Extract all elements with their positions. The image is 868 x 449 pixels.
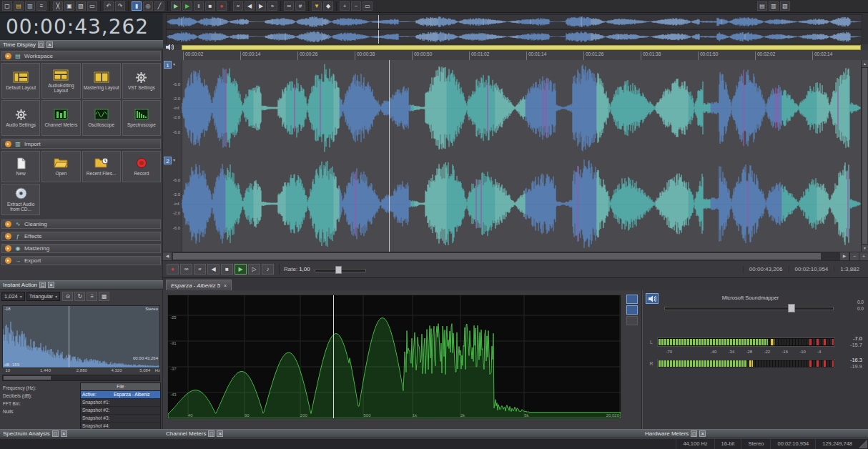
cut-icon[interactable]: ╳ bbox=[53, 1, 63, 11]
layout-split-icon[interactable]: ▥ bbox=[769, 1, 779, 11]
channel-meters-titlebar[interactable]: Channel Meters □ × bbox=[163, 429, 642, 438]
stop-button[interactable]: ■ bbox=[221, 264, 233, 275]
new-icon[interactable]: ▢ bbox=[2, 1, 12, 11]
restore-icon[interactable]: □ bbox=[691, 430, 697, 437]
edit-tool-icon[interactable]: ▮ bbox=[132, 1, 142, 11]
close-icon[interactable]: × bbox=[46, 41, 53, 48]
snapshot-row[interactable]: Snapshot #3: bbox=[81, 415, 160, 423]
slider-handle[interactable] bbox=[335, 266, 342, 274]
spectrum-graph[interactable]: -18 dB -159 Stereo 00:00:43,264 bbox=[2, 305, 160, 368]
pencil-icon[interactable]: ╱ bbox=[154, 1, 164, 11]
channel-meters-button[interactable]: Channel Meters bbox=[41, 100, 80, 136]
restore-icon[interactable]: □ bbox=[52, 430, 59, 437]
loop-playback-button[interactable]: ∞ bbox=[180, 264, 192, 275]
oscilloscope-button[interactable]: Oscilloscope bbox=[82, 100, 121, 136]
resize-grip[interactable] bbox=[859, 440, 867, 448]
record-button[interactable]: ● bbox=[167, 264, 179, 275]
spectrum-analysis-titlebar[interactable]: Spectrum Analysis □ × bbox=[0, 429, 163, 438]
output-volume-slider[interactable] bbox=[664, 303, 834, 312]
save-icon[interactable]: ▥ bbox=[25, 1, 35, 11]
mastering-layout-button[interactable]: Mastering Layout bbox=[82, 63, 121, 99]
waveform-channel-1[interactable] bbox=[182, 60, 861, 156]
close-icon[interactable]: × bbox=[48, 282, 54, 288]
snapshot-row[interactable]: Snapshot #2: bbox=[81, 407, 160, 415]
marker-icon[interactable]: ▼ bbox=[312, 1, 322, 11]
loop-icon[interactable]: ∞ bbox=[284, 1, 294, 11]
zoom-out-icon[interactable]: − bbox=[849, 252, 859, 260]
paste-icon[interactable]: ▧ bbox=[76, 1, 86, 11]
recent-files-button[interactable]: Recent Files... bbox=[82, 151, 121, 182]
open-file-button[interactable]: Open bbox=[41, 151, 80, 182]
scrub-button[interactable]: ♪ bbox=[262, 264, 274, 275]
output-device-button[interactable] bbox=[646, 293, 659, 304]
close-icon[interactable]: × bbox=[217, 430, 223, 437]
overview-waveform-left[interactable] bbox=[166, 14, 862, 29]
go-to-start-button[interactable]: « bbox=[194, 264, 206, 275]
scrollbar-track[interactable] bbox=[172, 252, 840, 260]
fft-size-select[interactable]: 1,024 ▾ bbox=[1, 292, 25, 301]
properties-icon[interactable]: ≡ bbox=[36, 1, 46, 11]
restore-icon[interactable]: □ bbox=[39, 282, 46, 288]
hardware-meters-titlebar[interactable]: Hardware Meters □ × bbox=[642, 429, 868, 438]
grid-icon[interactable]: ▦ bbox=[99, 292, 109, 301]
go-end-icon[interactable]: » bbox=[267, 1, 277, 11]
meter-clip-indicator[interactable] bbox=[832, 339, 834, 345]
window-type-select[interactable]: Triangular ▾ bbox=[26, 292, 61, 301]
trim-icon[interactable]: ▭ bbox=[87, 1, 97, 11]
instant-action-titlebar[interactable]: Instant Action □ × bbox=[0, 280, 163, 290]
audioediting-layout-button[interactable]: AudioEditing Layout bbox=[41, 63, 80, 99]
analyzer-display[interactable]: -25-31-37-4340902005001k2k5k20,020 bbox=[167, 295, 621, 419]
play-all-button[interactable]: ▷ bbox=[248, 264, 260, 275]
channel-badge[interactable]: 2 bbox=[164, 157, 172, 164]
layout-cascade-icon[interactable]: ▧ bbox=[780, 1, 790, 11]
close-icon[interactable]: × bbox=[699, 430, 706, 437]
default-layout-button[interactable]: Default Layout bbox=[1, 63, 40, 99]
rate-slider[interactable] bbox=[315, 265, 366, 273]
snap-icon[interactable]: # bbox=[295, 1, 305, 11]
go-start-icon[interactable]: « bbox=[233, 1, 243, 11]
snapshot-row[interactable]: Active:Esparza - Albeniz bbox=[81, 391, 160, 399]
forward-icon[interactable]: ▶ bbox=[256, 1, 266, 11]
meter-settings-button[interactable] bbox=[626, 316, 638, 325]
import-section-header[interactable]: ▸ ▥ Import bbox=[1, 139, 161, 149]
zoom-selection-icon[interactable]: ▭ bbox=[363, 1, 373, 11]
horizontal-scrollbar[interactable]: ◀ ▶ − + bbox=[163, 252, 868, 260]
spectroscope-button[interactable]: Spectroscope bbox=[122, 100, 161, 136]
spectrum-scrollbar[interactable] bbox=[2, 375, 160, 381]
play-button[interactable]: ▶ bbox=[235, 264, 247, 275]
settings-icon[interactable]: ⊙ bbox=[62, 292, 73, 301]
overview-waveform-right[interactable] bbox=[166, 29, 862, 44]
copy-icon[interactable]: ▣ bbox=[64, 1, 74, 11]
time-ruler[interactable]: 00:00:0200:00:1400:00:2600:00:3800:00:50… bbox=[163, 50, 868, 61]
time-display-titlebar[interactable]: Time Display □ × bbox=[0, 40, 163, 49]
loop-region-strip[interactable] bbox=[182, 45, 861, 50]
waveform-channel-2[interactable] bbox=[182, 156, 861, 252]
sidebar-item-cleaning[interactable]: ▸ ∿ Cleaning bbox=[1, 219, 161, 229]
channel-badge[interactable]: 1 bbox=[164, 61, 172, 69]
meter-mode-button[interactable] bbox=[626, 295, 638, 304]
snapshot-row[interactable]: Snapshot #1: bbox=[81, 399, 160, 407]
play-all-icon[interactable]: ▶ bbox=[171, 1, 181, 11]
scrollbar-thumb[interactable] bbox=[4, 376, 51, 380]
scrollbar-thumb[interactable] bbox=[173, 253, 821, 260]
close-icon[interactable]: × bbox=[61, 430, 67, 437]
extract-audio-cd-button[interactable]: Extract Audio from CD... bbox=[1, 184, 40, 215]
record-icon[interactable]: ● bbox=[217, 1, 227, 11]
sidebar-item-export[interactable]: ▸ → Export bbox=[1, 256, 161, 265]
scroll-left-icon[interactable]: ◀ bbox=[163, 252, 172, 260]
chevron-down-icon[interactable]: ▾ bbox=[173, 61, 175, 66]
sidebar-item-mastering[interactable]: ▸ ◉ Mastering bbox=[1, 244, 161, 253]
zoom-in-icon[interactable]: + bbox=[859, 252, 868, 260]
sidebar-item-effects[interactable]: ▸ ƒ Effects bbox=[1, 232, 161, 241]
meter-hold-button[interactable] bbox=[626, 305, 638, 315]
meter-clip-indicator[interactable] bbox=[832, 360, 834, 367]
restore-icon[interactable]: □ bbox=[38, 41, 44, 48]
loop-region-bar[interactable] bbox=[163, 44, 868, 50]
redo-icon[interactable]: ↷ bbox=[115, 1, 125, 11]
new-file-button[interactable]: New bbox=[1, 151, 40, 182]
region-icon[interactable]: ◆ bbox=[323, 1, 333, 11]
scroll-up-icon[interactable]: ▲ bbox=[862, 60, 868, 68]
zoom-in-icon[interactable]: + bbox=[340, 1, 350, 11]
chevron-down-icon[interactable]: ▾ bbox=[173, 157, 175, 162]
slider-handle[interactable] bbox=[788, 304, 795, 312]
